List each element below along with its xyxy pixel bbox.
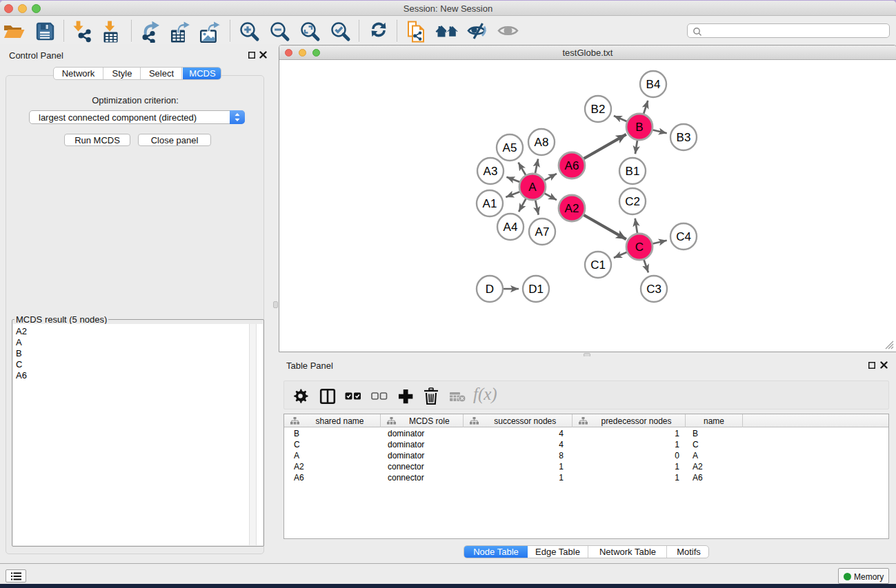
svg-text:B2: B2 (591, 103, 606, 116)
svg-text:A: A (528, 181, 537, 194)
svg-text:A7: A7 (535, 225, 550, 239)
svg-text:C: C (635, 241, 644, 254)
svg-text:C3: C3 (646, 283, 661, 296)
svg-text:A5: A5 (503, 141, 517, 154)
svg-text:C1: C1 (590, 258, 606, 272)
svg-text:A3: A3 (484, 165, 498, 178)
svg-text:C2: C2 (625, 195, 640, 208)
svg-text:A1: A1 (483, 197, 497, 210)
svg-text:D: D (486, 283, 494, 296)
svg-text:B3: B3 (677, 131, 691, 144)
svg-text:A6: A6 (565, 159, 579, 172)
svg-text:D1: D1 (528, 283, 544, 296)
svg-text:A8: A8 (535, 136, 549, 149)
svg-text:C4: C4 (676, 230, 691, 243)
svg-text:A4: A4 (504, 221, 518, 234)
svg-text:B: B (635, 121, 643, 134)
svg-text:A2: A2 (565, 202, 579, 215)
svg-text:B1: B1 (626, 165, 640, 178)
svg-text:B4: B4 (646, 78, 661, 91)
